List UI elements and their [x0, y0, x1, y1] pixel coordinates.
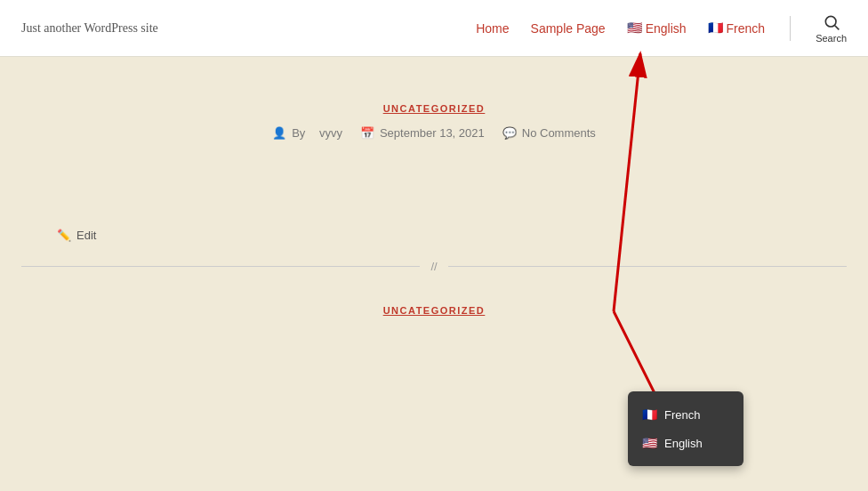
popup-flag-us-icon: 🇺🇸	[642, 436, 657, 450]
edit-link[interactable]: ✏️ Edit	[57, 229, 847, 242]
nav-home[interactable]: Home	[476, 20, 509, 36]
nav-english[interactable]: 🇺🇸 English	[627, 20, 687, 36]
lang-popup[interactable]: 🇫🇷 French 🇺🇸 English	[628, 391, 743, 466]
home-link[interactable]: Home	[476, 21, 509, 36]
site-header: Just another WordPress site Home Sample …	[0, 0, 868, 57]
post1-author-prefix: By	[292, 126, 305, 140]
post1-meta: 👤 By vyvy 📅 September 13, 2021 💬 No Comm…	[21, 126, 847, 140]
popup-english-label[interactable]: English	[664, 437, 703, 450]
post1-date: September 13, 2021	[380, 126, 485, 140]
edit-label[interactable]: Edit	[76, 229, 96, 242]
nav-french[interactable]: 🇫🇷 French	[708, 20, 766, 36]
search-button[interactable]: Search	[816, 13, 847, 44]
post1-comments[interactable]: No Comments	[522, 126, 596, 140]
sep-line-right	[448, 266, 847, 267]
sep-text: //	[420, 260, 447, 273]
nav-divider	[790, 16, 791, 41]
sample-page-link[interactable]: Sample Page	[531, 21, 606, 36]
post1-author-item: 👤 By vyvy	[272, 126, 342, 140]
post1-date-item: 📅 September 13, 2021	[360, 126, 485, 140]
post1-comments-item: 💬 No Comments	[502, 126, 596, 140]
post-section-2: UNCATEGORIZED	[21, 291, 847, 330]
search-icon	[823, 13, 840, 31]
french-link[interactable]: French	[727, 21, 766, 36]
post1-category[interactable]: UNCATEGORIZED	[21, 103, 847, 114]
author-icon: 👤	[272, 126, 286, 140]
calendar-icon: 📅	[360, 126, 374, 140]
flag-us-icon: 🇺🇸	[627, 20, 642, 36]
popup-flag-fr-icon: 🇫🇷	[642, 407, 657, 422]
header-right: Home Sample Page 🇺🇸 English 🇫🇷 French Se…	[476, 13, 847, 44]
comment-icon: 💬	[502, 126, 517, 140]
svg-line-1	[834, 25, 839, 29]
popup-french-label[interactable]: French	[664, 408, 700, 422]
post1-author[interactable]: vyvy	[319, 126, 342, 140]
english-link[interactable]: English	[646, 21, 687, 36]
separator: //	[21, 260, 847, 273]
nav-links: Home Sample Page 🇺🇸 English 🇫🇷 French	[476, 20, 765, 36]
flag-fr-icon: 🇫🇷	[708, 20, 723, 36]
lang-popup-french[interactable]: 🇫🇷 French	[628, 400, 743, 429]
svg-point-0	[825, 16, 836, 27]
nav-sample-page[interactable]: Sample Page	[531, 20, 606, 36]
edit-icon: ✏️	[57, 229, 71, 242]
sep-line-left	[21, 266, 420, 267]
post2-category[interactable]: UNCATEGORIZED	[21, 305, 847, 316]
main-content: UNCATEGORIZED 👤 By vyvy 📅 September 13, …	[0, 57, 868, 330]
search-label: Search	[816, 33, 847, 44]
site-title: Just another WordPress site	[21, 21, 158, 36]
post-section-1: UNCATEGORIZED 👤 By vyvy 📅 September 13, …	[21, 85, 847, 157]
lang-popup-english[interactable]: 🇺🇸 English	[628, 429, 743, 457]
